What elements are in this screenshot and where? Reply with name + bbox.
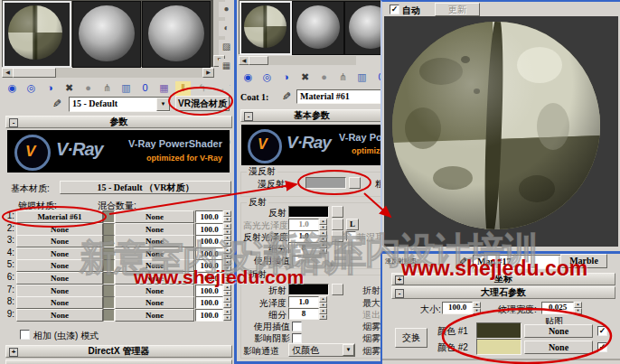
expand-icon[interactable]: + — [395, 275, 404, 285]
collapse-icon[interactable]: - — [244, 112, 253, 121]
reflect-map-button[interactable] — [332, 206, 343, 218]
reflect-color-swatch[interactable] — [288, 206, 329, 218]
coat-material-button[interactable]: None — [16, 235, 103, 247]
color2-map-button[interactable]: None — [524, 341, 593, 354]
color1-swatch[interactable] — [476, 322, 521, 339]
spinner-down-icon[interactable]: ▼ — [223, 266, 231, 272]
reflect-gloss-spinner[interactable]: ▲▼ — [319, 230, 327, 242]
coat-sample-slot-3[interactable] — [344, 1, 384, 55]
refr-subdivs-spinner[interactable]: ▲▼ — [319, 308, 327, 320]
put-to-library-icon[interactable]: ▥ — [353, 70, 371, 86]
rollout-basic-params[interactable]: - 基本参数 — [240, 109, 383, 122]
diffuse-map-button[interactable] — [349, 177, 361, 189]
coat-material-button[interactable]: Material #61 — [16, 210, 103, 223]
size-spinner[interactable]: ▲▼ — [473, 302, 481, 314]
collapse-icon[interactable]: - — [395, 289, 404, 298]
spinner-down-icon[interactable]: ▼ — [319, 314, 327, 321]
vein-width-spinner[interactable]: ▲▼ — [574, 302, 582, 314]
spinner-down-icon[interactable]: ▼ — [473, 308, 481, 314]
coat-amount-spinner[interactable]: ▲▼ — [223, 210, 231, 222]
coat-color-swatch[interactable] — [103, 272, 115, 285]
subdivs-field[interactable]: 8 — [288, 242, 319, 254]
highlight-gloss-map-button[interactable] — [332, 219, 343, 230]
refract-color-swatch[interactable] — [288, 284, 329, 295]
update-button[interactable]: 更新 — [435, 3, 480, 16]
map-name-field[interactable]: Map #17 ▼ — [473, 255, 572, 269]
coat-material-button[interactable]: None — [16, 296, 103, 309]
expand-icon[interactable]: + — [9, 348, 18, 357]
size-field[interactable]: 100.0 — [442, 302, 473, 314]
coat-amount-field[interactable]: 100.0 — [195, 259, 223, 272]
interp-checkbox[interactable] — [292, 256, 302, 266]
get-material-icon[interactable]: ◉ — [240, 70, 257, 86]
coat-map-button[interactable]: None — [115, 223, 194, 236]
coat-color-swatch[interactable] — [103, 235, 115, 247]
spinner-down-icon[interactable]: ▼ — [574, 308, 582, 314]
coat-map-button[interactable]: None — [115, 285, 194, 297]
coat-color-swatch[interactable] — [103, 247, 115, 260]
coat-amount-spinner[interactable]: ▲▼ — [223, 309, 231, 321]
coat-amount-spinner[interactable]: ▲▼ — [223, 285, 231, 296]
coat-material-button[interactable]: None — [16, 272, 103, 285]
coat-map-button[interactable]: None — [115, 247, 194, 260]
coat-color-swatch[interactable] — [103, 296, 115, 309]
reflect-gloss-map-button[interactable] — [332, 230, 343, 242]
put-material-to-scene-icon[interactable]: ◎ — [258, 70, 276, 86]
refr-subdivs-field[interactable]: 8 — [288, 308, 319, 320]
coat-amount-field[interactable]: 100.0 — [195, 285, 223, 297]
coat-map-button[interactable]: None — [115, 272, 194, 285]
spinner-down-icon[interactable]: ▼ — [223, 303, 231, 309]
highlight-gloss-field[interactable]: 1.0 — [288, 219, 319, 230]
coat-amount-spinner[interactable]: ▲▼ — [223, 259, 231, 271]
coat-amount-spinner[interactable]: ▲▼ — [223, 272, 231, 284]
affect-shadows-checkbox[interactable] — [292, 333, 302, 343]
coat-map-button[interactable]: None — [115, 296, 194, 309]
eyedropper-icon[interactable]: ✎ — [282, 90, 291, 103]
affect-channels-dropdown[interactable]: 仅颜色 ▼ — [288, 343, 355, 357]
coat-color-swatch[interactable] — [103, 309, 115, 322]
spinner-up-icon[interactable]: ▲ — [473, 302, 481, 308]
coat-color-swatch[interactable] — [103, 223, 115, 236]
color2-enable-checkbox[interactable]: ✓ — [597, 342, 607, 352]
rollout-directx[interactable]: + DirectX 管理器 — [5, 345, 232, 358]
coat-map-button[interactable]: None — [115, 309, 194, 322]
auto-update-checkbox[interactable]: ✓ — [390, 5, 399, 14]
fresnel-checkbox[interactable] — [346, 231, 356, 241]
eyedropper-icon[interactable]: ✎ — [458, 256, 467, 268]
coat-hscrollbar[interactable]: ◀ — [239, 56, 356, 65]
reset-map-material-icon[interactable]: ✖ — [296, 70, 314, 86]
spinner-up-icon[interactable]: ▲ — [574, 302, 582, 308]
coat-sample-slot-2[interactable] — [292, 1, 344, 55]
spinner-down-icon[interactable]: ▼ — [223, 278, 231, 285]
make-material-copy-icon[interactable]: ● — [315, 70, 333, 86]
coat-material-button[interactable]: None — [16, 223, 103, 236]
coat-amount-field[interactable]: 100.0 — [195, 272, 223, 285]
rollout-partial[interactable] — [5, 359, 232, 364]
highlight-gloss-spinner[interactable]: ▲▼ — [319, 219, 327, 230]
lock-button[interactable]: L — [346, 219, 359, 230]
coat-color-swatch[interactable] — [103, 285, 115, 297]
make-unique-icon[interactable]: ⋔ — [334, 70, 352, 86]
dropdown-arrow-icon[interactable]: ▼ — [343, 344, 354, 356]
coat-material-button[interactable]: None — [16, 285, 103, 297]
rollout-marble-params[interactable]: - 大理石参数 — [391, 286, 615, 299]
coat-amount-field[interactable]: 100.0 — [195, 247, 223, 260]
coat-amount-spinner[interactable]: ▲▼ — [223, 223, 231, 235]
reflect-gloss-field[interactable]: 1.0 — [288, 230, 319, 242]
refr-interp-checkbox[interactable] — [292, 322, 302, 331]
coat-amount-field[interactable]: 100.0 — [195, 235, 223, 247]
coat-amount-spinner[interactable]: ▲▼ — [223, 296, 231, 308]
swap-button[interactable]: 交换 — [395, 328, 427, 348]
coat-map-button[interactable]: None — [115, 210, 194, 223]
refr-gloss-field[interactable]: 1.0 — [288, 296, 319, 308]
spinner-down-icon[interactable]: ▼ — [223, 217, 231, 223]
color1-map-button[interactable]: None — [524, 324, 593, 338]
vein-width-field[interactable]: 0.025 — [541, 302, 574, 314]
coat-material-name-field[interactable]: Material #61 — [296, 89, 384, 104]
spinner-down-icon[interactable]: ▼ — [319, 248, 327, 255]
spinner-down-icon[interactable]: ▼ — [223, 315, 231, 322]
coat-color-swatch[interactable] — [103, 259, 115, 272]
rollout-coordinates[interactable]: + 坐标 — [391, 273, 615, 285]
coat-amount-field[interactable]: 100.0 — [195, 309, 223, 322]
diffuse-color-swatch[interactable] — [305, 177, 346, 189]
